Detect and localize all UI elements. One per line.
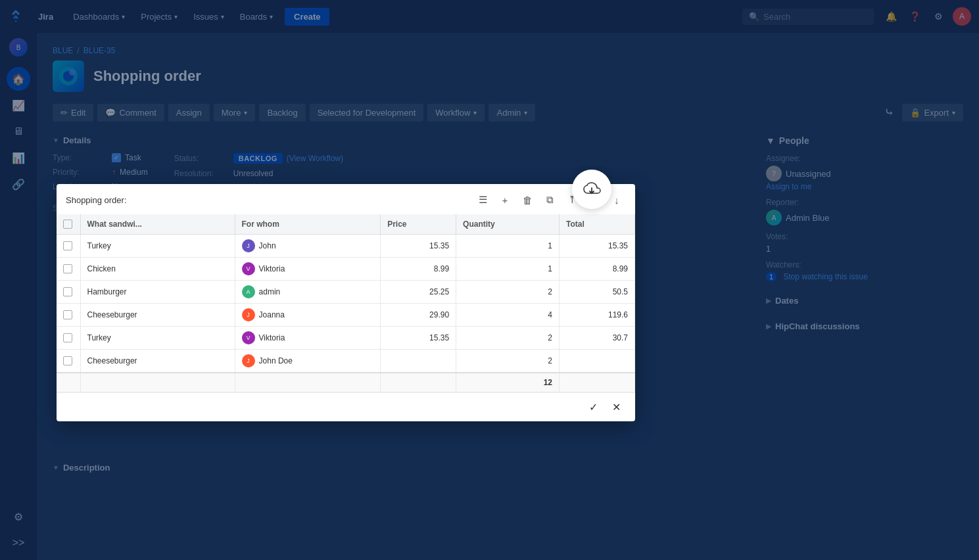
row-sandwich-1: Chicken — [80, 258, 235, 281]
modal-title: Shopping order: — [66, 195, 127, 205]
table-row: Turkey V Viktoria 15.35 2 30.7 — [57, 327, 635, 350]
table-row: Cheeseburger J John Doe 2 — [57, 350, 635, 373]
col-sandwich: What sandwi... — [80, 214, 235, 235]
row-total-5 — [560, 350, 635, 373]
row-checkbox-2[interactable] — [57, 281, 80, 304]
row-total-0: 15.35 — [560, 235, 635, 258]
row-total-1: 8.99 — [560, 258, 635, 281]
table-row: Hamburger A admin 25.25 2 50.5 — [57, 281, 635, 304]
row-quantity-5: 2 — [456, 350, 560, 373]
row-quantity-0: 1 — [456, 235, 560, 258]
footer-total-qty: 12 — [456, 373, 560, 392]
row-sandwich-4: Turkey — [80, 327, 235, 350]
row-total-4: 30.7 — [560, 327, 635, 350]
footer-empty-1 — [57, 373, 80, 392]
modal-overlay: Shopping order: ☰ + 🗑 ⧉ ⤒ ↑ ↓ What sandw… — [0, 0, 979, 560]
row-checkbox-3[interactable] — [57, 304, 80, 327]
row-price-3: 29.90 — [381, 304, 456, 327]
modal-header: Shopping order: ☰ + 🗑 ⧉ ⤒ ↑ ↓ — [57, 184, 635, 214]
table-header-row: What sandwi... For whom Price Quantity T… — [57, 214, 635, 235]
select-all-header[interactable] — [57, 214, 80, 235]
row-checkbox-4[interactable] — [57, 327, 80, 350]
row-person-2: A admin — [235, 281, 381, 304]
row-checkbox-1[interactable] — [57, 258, 80, 281]
table-footer-row: 12 — [57, 373, 635, 392]
row-person-3: J Joanna — [235, 304, 381, 327]
row-quantity-1: 1 — [456, 258, 560, 281]
confirm-button[interactable]: ✓ — [584, 398, 603, 416]
row-total-3: 119.6 — [560, 304, 635, 327]
row-sandwich-5: Cheeseburger — [80, 350, 235, 373]
row-quantity-2: 2 — [456, 281, 560, 304]
row-checkbox-0[interactable] — [57, 235, 80, 258]
delete-row-button[interactable]: 🗑 — [518, 191, 537, 209]
row-price-4: 15.35 — [381, 327, 456, 350]
footer-empty-5 — [560, 373, 635, 392]
row-person-0: J John — [235, 235, 381, 258]
col-quantity: Quantity — [456, 214, 560, 235]
cloud-upload-button[interactable] — [572, 170, 611, 209]
table-row: Chicken V Viktoria 8.99 1 8.99 — [57, 258, 635, 281]
filter-button[interactable]: ☰ — [473, 191, 492, 209]
footer-empty-2 — [80, 373, 235, 392]
row-price-5 — [381, 350, 456, 373]
shopping-order-modal: Shopping order: ☰ + 🗑 ⧉ ⤒ ↑ ↓ What sandw… — [57, 184, 635, 421]
row-checkbox-5[interactable] — [57, 350, 80, 373]
footer-empty-3 — [235, 373, 381, 392]
cancel-button[interactable]: ✕ — [607, 398, 626, 416]
row-quantity-3: 4 — [456, 304, 560, 327]
footer-empty-4 — [381, 373, 456, 392]
row-total-2: 50.5 — [560, 281, 635, 304]
duplicate-row-button[interactable]: ⧉ — [540, 191, 559, 209]
col-price: Price — [381, 214, 456, 235]
row-person-5: J John Doe — [235, 350, 381, 373]
col-total: Total — [560, 214, 635, 235]
add-row-button[interactable]: + — [496, 191, 514, 209]
table-row: Turkey J John 15.35 1 15.35 — [57, 235, 635, 258]
row-sandwich-2: Hamburger — [80, 281, 235, 304]
order-table: What sandwi... For whom Price Quantity T… — [57, 214, 635, 392]
row-price-0: 15.35 — [381, 235, 456, 258]
row-price-1: 8.99 — [381, 258, 456, 281]
row-person-4: V Viktoria — [235, 327, 381, 350]
row-sandwich-3: Cheeseburger — [80, 304, 235, 327]
row-price-2: 25.25 — [381, 281, 456, 304]
row-quantity-4: 2 — [456, 327, 560, 350]
row-person-1: V Viktoria — [235, 258, 381, 281]
row-sandwich-0: Turkey — [80, 235, 235, 258]
modal-footer: ✓ ✕ — [57, 392, 635, 421]
col-forwhom: For whom — [235, 214, 381, 235]
table-row: Cheeseburger J Joanna 29.90 4 119.6 — [57, 304, 635, 327]
